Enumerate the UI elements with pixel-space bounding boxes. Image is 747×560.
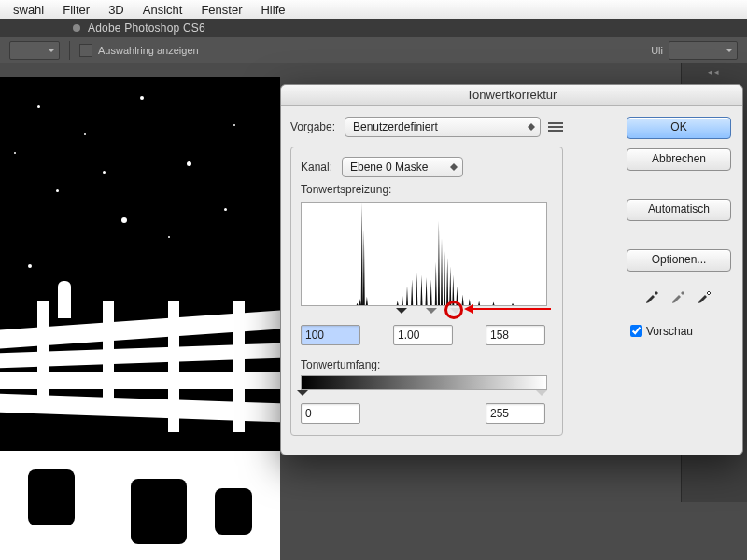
panel-grip-icon[interactable]: ◂◂: [708, 67, 721, 77]
traffic-dot-icon: [73, 24, 80, 32]
input-white-field[interactable]: 158: [486, 325, 545, 345]
options-button[interactable]: Optionen...: [627, 249, 731, 272]
black-eyedropper-icon[interactable]: [644, 287, 661, 303]
options-bar: Auswahlring anzeigen Uli: [0, 37, 747, 64]
document-canvas[interactable]: [0, 77, 280, 560]
eyedropper-row: [627, 287, 731, 303]
menu-item[interactable]: Fenster: [191, 3, 251, 17]
app-title: Adobe Photoshop CS6: [88, 21, 205, 35]
preset-select[interactable]: Benutzerdefiniert: [345, 117, 541, 137]
preview-checkbox[interactable]: Vorschau: [627, 322, 731, 340]
histogram: [301, 202, 547, 306]
output-white-slider[interactable]: [536, 390, 547, 401]
selection-ring-label: Auswahlring anzeigen: [98, 45, 199, 56]
tool-preset-dropdown[interactable]: [9, 41, 60, 60]
preset-menu-icon[interactable]: [548, 119, 563, 134]
output-black-slider[interactable]: [297, 390, 308, 401]
levels-dialog: Tonwertkorrektur Vorgabe: Benutzerdefini…: [280, 84, 743, 455]
white-eyedropper-icon[interactable]: [697, 287, 713, 303]
input-black-field[interactable]: 100: [301, 325, 360, 345]
channel-label: Kanal:: [301, 161, 342, 174]
output-levels-label: Tonwertumfang:: [301, 358, 553, 371]
workspace-dropdown[interactable]: [669, 41, 738, 60]
menu-item[interactable]: Ansicht: [134, 3, 192, 17]
output-slider-track[interactable]: [301, 390, 545, 399]
output-black-field[interactable]: 0: [301, 403, 360, 424]
separator: [69, 41, 70, 60]
preview-checkbox-input[interactable]: [630, 325, 642, 337]
app-titlebar: Adobe Photoshop CS6: [0, 19, 747, 38]
auto-button[interactable]: Automatisch: [627, 199, 731, 221]
selection-ring-checkbox[interactable]: [79, 44, 92, 57]
gray-eyedropper-icon[interactable]: [670, 287, 687, 303]
menu-item[interactable]: Hilfe: [251, 3, 294, 17]
black-point-slider[interactable]: [396, 308, 407, 319]
svg-marker-0: [302, 203, 546, 305]
ok-button[interactable]: OK: [627, 117, 731, 139]
input-gamma-field[interactable]: 1.00: [393, 325, 453, 345]
channel-group: Kanal: Ebene 0 Maske Tonwertspreizung:: [290, 147, 563, 436]
menu-item[interactable]: swahl: [4, 3, 53, 17]
macos-menubar: swahl Filter 3D Ansicht Fenster Hilfe: [0, 0, 747, 20]
cancel-button[interactable]: Abbrechen: [627, 148, 731, 171]
input-slider-track[interactable]: [301, 306, 545, 319]
workspace-label: Uli: [651, 45, 663, 56]
midtone-slider[interactable]: [426, 308, 437, 319]
channel-select[interactable]: Ebene 0 Maske: [342, 157, 463, 177]
dialog-title: Tonwertkorrektur: [281, 85, 742, 106]
annotation-arrow: [467, 308, 551, 310]
menu-item[interactable]: Filter: [53, 3, 99, 17]
output-white-field[interactable]: 255: [486, 403, 545, 424]
preset-label: Vorgabe:: [290, 120, 345, 133]
menu-item[interactable]: 3D: [99, 3, 134, 17]
input-levels-label: Tonwertspreizung:: [301, 183, 553, 196]
output-gradient: [301, 375, 547, 390]
